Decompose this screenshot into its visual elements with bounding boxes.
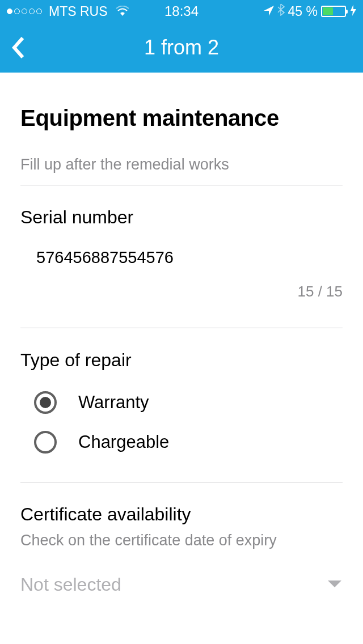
serial-number-input[interactable]: 576456887554576 xyxy=(20,248,343,267)
divider xyxy=(20,328,343,328)
radio-label: Warranty xyxy=(78,392,149,413)
charging-icon xyxy=(351,5,356,19)
location-icon xyxy=(264,4,274,19)
chevron-left-icon xyxy=(12,36,24,59)
chevron-down-icon xyxy=(327,579,343,591)
signal-strength-icon xyxy=(7,9,42,14)
radio-icon xyxy=(34,391,57,414)
serial-number-label: Serial number xyxy=(20,207,343,228)
back-button[interactable] xyxy=(7,33,29,62)
battery-icon xyxy=(321,6,346,17)
battery-percent: 45 % xyxy=(288,4,318,19)
status-time: 18:34 xyxy=(164,3,199,19)
status-bar: MTS RUS 18:34 45 % xyxy=(0,0,363,23)
page-description: Fill up after the remedial works xyxy=(20,156,343,173)
radio-option-chargeable[interactable]: Chargeable xyxy=(20,431,343,454)
bluetooth-icon xyxy=(277,3,285,19)
wifi-icon xyxy=(116,3,129,19)
radio-icon xyxy=(34,431,57,454)
serial-number-section: Serial number 576456887554576 15 / 15 xyxy=(20,207,343,300)
nav-bar: 1 from 2 xyxy=(0,23,363,73)
serial-number-counter: 15 / 15 xyxy=(20,283,343,300)
certificate-section: Certificate availability Check on the ce… xyxy=(20,504,343,595)
dropdown-selected-value: Not selected xyxy=(20,574,121,595)
repair-type-label: Type of repair xyxy=(20,350,343,371)
radio-option-warranty[interactable]: Warranty xyxy=(20,391,343,414)
divider xyxy=(20,185,343,185)
certificate-sublabel: Check on the certificate date of expiry xyxy=(20,532,343,549)
status-left: MTS RUS xyxy=(7,3,129,19)
certificate-dropdown[interactable]: Not selected xyxy=(20,574,343,595)
certificate-label: Certificate availability xyxy=(20,504,343,525)
repair-type-section: Type of repair Warranty Chargeable xyxy=(20,350,343,454)
radio-label: Chargeable xyxy=(78,432,169,452)
status-right: 45 % xyxy=(264,3,356,19)
page-title: Equipment maintenance xyxy=(20,105,343,131)
nav-title: 1 from 2 xyxy=(144,36,219,60)
carrier-label: MTS RUS xyxy=(49,4,108,19)
content: Equipment maintenance Fill up after the … xyxy=(0,73,363,595)
repair-type-radio-group: Warranty Chargeable xyxy=(20,391,343,454)
divider xyxy=(20,482,343,482)
